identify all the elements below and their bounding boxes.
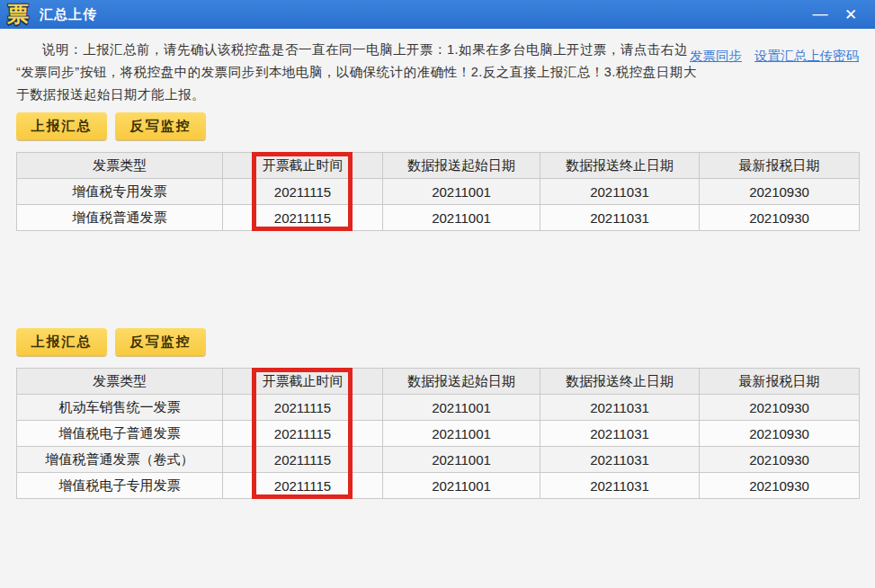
column-header-issue-deadline: 开票截止时间 (223, 369, 383, 395)
cell-latest-tax-date: 20210930 (700, 179, 860, 205)
cell-report-end-date: 20211031 (540, 179, 700, 205)
table-row: 增值税专用发票 20211115 20211001 20211031 20210… (17, 179, 860, 205)
invoice-table-2-wrap: 发票类型 开票截止时间 数据报送起始日期 数据报送终止日期 最新报税日期 机动车… (16, 368, 859, 499)
cell-latest-tax-date: 20210930 (700, 205, 860, 231)
invoice-table-2: 发票类型 开票截止时间 数据报送起始日期 数据报送终止日期 最新报税日期 机动车… (16, 368, 860, 499)
column-header-report-end-date: 数据报送终止日期 (540, 369, 700, 395)
cell-issue-deadline: 20211115 (223, 421, 383, 447)
cell-report-start-date: 20211001 (383, 395, 540, 421)
cell-latest-tax-date: 20210930 (700, 421, 860, 447)
cell-invoice-type: 增值税电子普通发票 (17, 421, 223, 447)
invoice-table-1: 发票类型 开票截止时间 数据报送起始日期 数据报送终止日期 最新报税日期 增值税… (16, 152, 860, 231)
title-bar: 票 汇总上传 — ✕ (0, 0, 875, 29)
minimize-button[interactable]: — (805, 2, 835, 27)
report-summary-button-2[interactable]: 上报汇总 (16, 328, 107, 355)
table-row: 机动车销售统一发票 20211115 20211001 20211031 202… (17, 395, 860, 421)
cell-report-end-date: 20211031 (540, 205, 700, 231)
cell-issue-deadline: 20211115 (223, 395, 383, 421)
table-header-row: 发票类型 开票截止时间 数据报送起始日期 数据报送终止日期 最新报税日期 (17, 153, 860, 179)
link-group: 发票同步 设置汇总上传密码 (681, 48, 859, 65)
writeback-monitor-button-2[interactable]: 反写监控 (115, 328, 206, 355)
table-row: 增值税普通发票（卷式） 20211115 20211001 20211031 2… (17, 447, 860, 473)
cell-report-end-date: 20211031 (540, 447, 700, 473)
cell-latest-tax-date: 20210930 (700, 395, 860, 421)
cell-latest-tax-date: 20210930 (700, 473, 860, 499)
cell-report-start-date: 20211001 (383, 205, 540, 231)
cell-issue-deadline: 20211115 (223, 447, 383, 473)
close-button[interactable]: ✕ (835, 2, 866, 27)
cell-invoice-type: 机动车销售统一发票 (17, 395, 223, 421)
cell-report-end-date: 20211031 (540, 395, 700, 421)
cell-issue-deadline: 20211115 (223, 205, 383, 231)
app-logo-icon: 票 (7, 4, 29, 25)
cell-issue-deadline: 20211115 (223, 179, 383, 205)
table-row: 增值税电子专用发票 20211115 20211001 20211031 202… (17, 473, 860, 499)
cell-invoice-type: 增值税普通发票 (17, 205, 223, 231)
cell-latest-tax-date: 20210930 (700, 447, 860, 473)
cell-report-end-date: 20211031 (540, 473, 700, 499)
cell-invoice-type: 增值税专用发票 (17, 179, 223, 205)
invoice-table-1-wrap: 发票类型 开票截止时间 数据报送起始日期 数据报送终止日期 最新报税日期 增值税… (16, 152, 859, 231)
action-row-1: 上报汇总 反写监控 (16, 112, 875, 139)
column-header-invoice-type: 发票类型 (17, 153, 223, 179)
cell-invoice-type: 增值税电子专用发票 (17, 473, 223, 499)
set-upload-password-link[interactable]: 设置汇总上传密码 (754, 49, 859, 63)
cell-report-start-date: 20211001 (383, 447, 540, 473)
column-header-issue-deadline: 开票截止时间 (223, 153, 383, 179)
writeback-monitor-button-1[interactable]: 反写监控 (115, 112, 206, 139)
cell-report-start-date: 20211001 (383, 421, 540, 447)
table-header-row: 发票类型 开票截止时间 数据报送起始日期 数据报送终止日期 最新报税日期 (17, 369, 860, 395)
action-row-2: 上报汇总 反写监控 (16, 328, 875, 355)
invoice-sync-link[interactable]: 发票同步 (690, 49, 742, 63)
cell-report-start-date: 20211001 (383, 179, 540, 205)
notice-area: 说明：上报汇总前，请先确认该税控盘是否一直在同一电脑上开票：1.如果在多台电脑上… (0, 29, 875, 106)
column-header-invoice-type: 发票类型 (17, 369, 223, 395)
column-header-latest-tax-date: 最新报税日期 (700, 369, 860, 395)
cell-report-end-date: 20211031 (540, 421, 700, 447)
column-header-report-start-date: 数据报送起始日期 (383, 153, 540, 179)
cell-report-start-date: 20211001 (383, 473, 540, 499)
report-summary-button-1[interactable]: 上报汇总 (16, 112, 107, 139)
cell-issue-deadline: 20211115 (223, 473, 383, 499)
cell-invoice-type: 增值税普通发票（卷式） (17, 447, 223, 473)
column-header-latest-tax-date: 最新报税日期 (700, 153, 860, 179)
summary-upload-window: 票 汇总上传 — ✕ 说明：上报汇总前，请先确认该税控盘是否一直在同一电脑上开票… (0, 0, 875, 588)
column-header-report-start-date: 数据报送起始日期 (383, 369, 540, 395)
column-header-report-end-date: 数据报送终止日期 (540, 153, 700, 179)
table-row: 增值税电子普通发票 20211115 20211001 20211031 202… (17, 421, 860, 447)
window-title: 汇总上传 (40, 6, 97, 23)
notice-text: 说明：上报汇总前，请先确认该税控盘是否一直在同一电脑上开票：1.如果在多台电脑上… (16, 39, 697, 106)
table-row: 增值税普通发票 20211115 20211001 20211031 20210… (17, 205, 860, 231)
